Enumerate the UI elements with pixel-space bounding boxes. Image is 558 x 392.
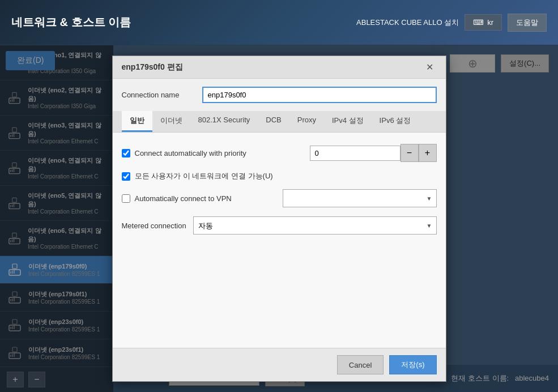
top-bar-right: ABLESTACK CUBE ALLO 설치 ⌨ kr 도움말: [356, 14, 547, 32]
vpn-select-wrapper: ▼: [283, 189, 437, 207]
tab-content: Connect automatically with priority − + …: [113, 133, 446, 348]
modal-footer: Cancel 저장(s): [113, 348, 446, 381]
tab-ipv6[interactable]: IPv6 설정: [372, 111, 419, 132]
all-users-row: 모든 사용자가 이 네트워크에 연결 가능(U): [122, 171, 437, 181]
tab-general[interactable]: 일반: [122, 111, 152, 132]
cancel-button[interactable]: Cancel: [337, 355, 384, 374]
all-users-label: 모든 사용자가 이 네트워크에 연결 가능(U): [135, 171, 273, 181]
auto-vpn-checkbox[interactable]: [122, 194, 130, 203]
priority-decrease-button[interactable]: −: [401, 144, 419, 162]
tab-dcb[interactable]: DCB: [258, 111, 289, 132]
metered-label: Metered connection: [122, 221, 186, 230]
modal-title: enp179s0f0 편집: [122, 62, 183, 73]
all-users-checkbox[interactable]: [122, 172, 130, 181]
edit-connection-modal: enp179s0f0 편집 ✕ Connection name 일반이더넷802…: [112, 56, 446, 382]
priority-increase-button[interactable]: +: [419, 144, 437, 162]
priority-input[interactable]: [310, 146, 401, 161]
help-button[interactable]: 도움말: [508, 14, 547, 32]
modal-header: enp179s0f0 편집 ✕: [113, 56, 446, 79]
save-button[interactable]: 저장(s): [389, 355, 436, 374]
auto-connect-row: Connect automatically with priority − +: [122, 144, 437, 162]
top-bar: 네트워크 & 호스트 이름 ABLESTACK CUBE ALLO 설치 ⌨ k…: [0, 0, 558, 45]
keyboard-button[interactable]: ⌨ kr: [465, 14, 502, 31]
modal-overlay: enp179s0f0 편집 ✕ Connection name 일반이더넷802…: [0, 45, 558, 392]
auto-vpn-label: Automatically connect to VPN: [135, 194, 232, 203]
vpn-select[interactable]: [283, 189, 437, 207]
app-title: 네트워크 & 호스트 이름: [11, 15, 131, 30]
main-area: 이더넷 (eno1, 연결되지 않음) Intel Corporation I3…: [0, 45, 558, 392]
keyboard-icon: ⌨: [473, 18, 484, 27]
keyboard-label: kr: [487, 18, 493, 27]
priority-group: − +: [310, 144, 437, 162]
conn-name-input[interactable]: [202, 87, 437, 103]
metered-select[interactable]: 자동예아니오: [193, 216, 437, 235]
tab-ipv4[interactable]: IPv4 설정: [324, 111, 372, 132]
tab-ethernet[interactable]: 이더넷: [152, 111, 190, 132]
auto-connect-checkbox[interactable]: [122, 149, 130, 157]
tab-security[interactable]: 802.1X Security: [190, 111, 258, 132]
auto-connect-checkbox-row: Connect automatically with priority: [122, 149, 303, 157]
auto-connect-label: Connect automatically with priority: [135, 149, 246, 157]
connection-name-row: Connection name: [113, 79, 446, 111]
tab-proxy[interactable]: Proxy: [289, 111, 324, 132]
metered-connection-row: Metered connection 자동예아니오 ▼: [122, 216, 437, 235]
tabs-bar: 일반이더넷802.1X SecurityDCBProxyIPv4 설정IPv6 …: [113, 111, 446, 133]
metered-select-wrapper: 자동예아니오 ▼: [193, 216, 437, 235]
app-subtitle: ABLESTACK CUBE ALLO 설치: [356, 18, 459, 28]
auto-vpn-row: Automatically connect to VPN ▼: [122, 189, 437, 207]
conn-name-label: Connection name: [122, 91, 195, 99]
modal-close-button[interactable]: ✕: [423, 61, 437, 74]
auto-vpn-checkbox-row: Automatically connect to VPN: [122, 194, 276, 203]
